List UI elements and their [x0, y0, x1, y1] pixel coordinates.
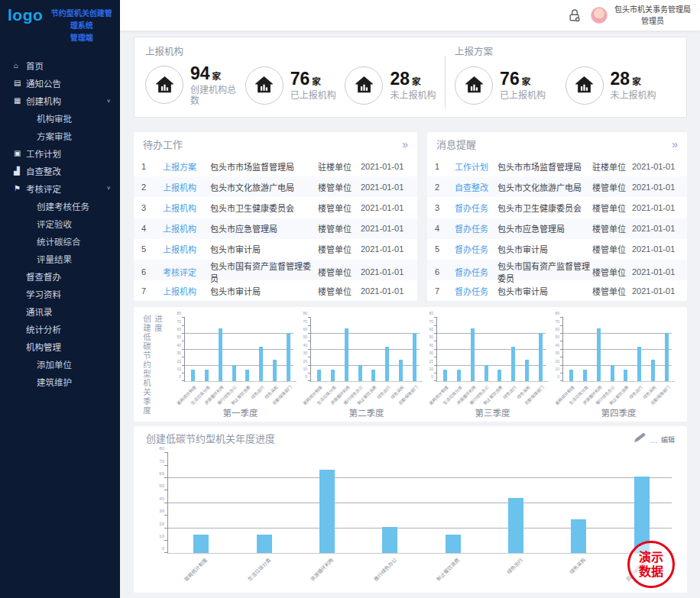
sidebar-subitem[interactable]: 统计碳综合 [0, 232, 120, 250]
sidebar-subitem[interactable]: 添加单位 [0, 355, 120, 373]
row-org-name: 包头市卫生健康委员会 [497, 202, 592, 214]
sidebar-subitem[interactable]: 建筑维护 [0, 373, 120, 390]
table-row: 4上报机构包头市应急管理局楼管单位2021-01-01 [134, 218, 417, 239]
sidebar-subitem[interactable]: 创建考核任务 [0, 197, 120, 215]
annual-progress-panel: 创建低碳节约型机关年度进度 … 编辑 01020304050607080能耗统计… [134, 426, 687, 593]
stat-label: 已上报机构 [500, 91, 546, 101]
bar-slot [547, 453, 610, 553]
more-chevron-icon[interactable]: » [672, 139, 678, 150]
bar-slot [200, 318, 214, 381]
row-unit-type: 楼管单位 [318, 243, 361, 255]
y-axis-tick-label: 60 [555, 327, 559, 331]
sidebar-subitem[interactable]: 评定验收 [0, 215, 120, 232]
stats-section-report-plan: 上报方案 76家 已上报机构 [455, 44, 676, 112]
table-row: 6督办任务包头市国有资产监督管理委员楼管单位2021-01-01 [427, 260, 687, 280]
chevron-down-icon[interactable]: ∨ [106, 98, 111, 103]
user-avatar[interactable] [591, 7, 608, 24]
sidebar-item[interactable]: ▟自查整改 [0, 162, 120, 179]
row-type-link[interactable]: 督办任务 [455, 222, 497, 234]
sidebar-item[interactable]: ▤通知公告 [0, 74, 120, 92]
sidebar-item[interactable]: 统计分析 [0, 320, 120, 338]
row-type-link[interactable]: 上报机构 [163, 243, 210, 255]
row-type-link[interactable]: 自查整改 [455, 181, 497, 193]
bar-slot [313, 318, 326, 381]
building-icon: ▦ [14, 96, 26, 105]
annual-bar-chart: 01020304050607080能耗统计制度生活垃圾分类资源循环利用推行绿色办… [146, 453, 675, 590]
row-unit-type: 楼管单位 [592, 285, 632, 297]
row-type-link[interactable]: 工作计划 [455, 160, 497, 173]
bar-slot [592, 318, 606, 381]
bar [257, 535, 272, 554]
sidebar-item[interactable]: ▣工作计划 [0, 144, 120, 162]
y-axis-tick-label: 30 [429, 351, 433, 355]
sidebar-item[interactable]: 督查督办 [0, 267, 120, 285]
sidebar-subitem-label: 建筑维护 [37, 376, 72, 388]
house-icon [145, 66, 183, 104]
row-org-name: 包头市应急管理局 [497, 222, 592, 234]
y-axis-tick-label: 10 [159, 534, 164, 538]
row-type-link[interactable]: 考核评定 [163, 266, 210, 278]
row-type-link[interactable]: 上报方案 [163, 160, 210, 173]
bar-slot [340, 318, 354, 381]
sidebar-subitem[interactable]: 机构审批 [0, 109, 120, 127]
stat-value: 28 [390, 69, 410, 89]
chevron-down-icon[interactable]: ∨ [106, 186, 111, 191]
row-type-link[interactable]: 督办任务 [455, 285, 497, 297]
y-axis-tick-label: 70 [429, 319, 433, 324]
y-axis-tick-label: 60 [177, 327, 181, 331]
y-axis-tick-label: 10 [177, 367, 181, 371]
y-axis-tick-label: 80 [159, 447, 164, 451]
sidebar-subitem[interactable]: 评量结果 [0, 250, 120, 267]
row-index: 5 [435, 244, 455, 254]
table-row: 1上报方案包头市市场监督管理局驻楼单位2021-01-01 [134, 156, 417, 176]
bar [484, 365, 488, 382]
bars-layer [185, 318, 297, 381]
lock-icon[interactable] [567, 7, 584, 24]
bar [413, 333, 416, 381]
row-type-link[interactable]: 督办任务 [455, 243, 497, 255]
edit-button[interactable]: … 编辑 [631, 432, 675, 444]
row-type-link[interactable]: 上报机构 [163, 222, 210, 234]
y-axis-tick-label: 70 [555, 319, 559, 324]
table-row: 5督办任务包头市审计局楼管单位2021-01-01 [427, 239, 687, 260]
y-axis-tick-label: 60 [429, 327, 433, 331]
stat-label: 创建机构总数 [190, 86, 245, 105]
sidebar-subitem[interactable]: 方案审批 [0, 127, 120, 144]
sidebar-subitem-label: 添加单位 [37, 358, 72, 370]
sidebar-item[interactable]: ▦创建机构∨ [0, 92, 120, 109]
sidebar-item[interactable]: 机构管理 [0, 338, 120, 355]
row-date: 2021-01-01 [361, 203, 410, 212]
panel-title: 消息提醒 [436, 137, 476, 151]
sidebar-item[interactable]: ⌂首页 [0, 57, 120, 74]
y-axis-tick-label: 0 [305, 375, 307, 380]
user-info[interactable]: 包头市机关事务管理局 管理员 [614, 4, 691, 27]
row-org-name: 包头市市场监督管理局 [497, 160, 592, 173]
row-type-link[interactable]: 上报机构 [163, 181, 210, 193]
row-unit-type: 楼管单位 [592, 243, 632, 255]
row-index: 6 [141, 267, 163, 276]
sidebar-item[interactable]: 学习资料 [0, 285, 120, 302]
row-type-link[interactable]: 督办任务 [455, 202, 497, 214]
panel-header: 创建低碳节约型机关年度进度 … 编辑 [146, 426, 675, 450]
app-title-line1: 节约型机关创建管理系统 [47, 8, 115, 32]
tables-row: 待办工作 » 1上报方案包头市市场监督管理局驻楼单位2021-01-012上报机… [134, 132, 687, 301]
y-axis-tick-label: 20 [555, 359, 559, 364]
more-chevron-icon[interactable]: » [402, 139, 408, 150]
row-type-link[interactable]: 上报机构 [163, 202, 210, 214]
bar-slot [484, 453, 547, 553]
y-axis-tick-label: 50 [555, 335, 559, 340]
sidebar-item[interactable]: ⚑考核评定∨ [0, 179, 120, 197]
chart-plot-area: 01020304050607080 [562, 318, 675, 382]
bar [571, 519, 586, 553]
row-type-link[interactable]: 上报机构 [163, 285, 210, 297]
y-axis-tick-label: 0 [162, 547, 164, 551]
quarter1-bar-chart: 01020304050607080能耗统计制度生活垃圾分类资源循环利用推行绿色办… [172, 313, 297, 420]
sidebar-item-label: 机构管理 [26, 341, 61, 353]
app-title-line2: 管理端 [47, 32, 115, 44]
sidebar-item-label: 通知公告 [26, 77, 61, 89]
row-type-link[interactable]: 督办任务 [455, 266, 497, 278]
sidebar-item[interactable]: 通讯录 [0, 302, 120, 320]
user-role: 管理员 [614, 15, 691, 27]
bar [446, 535, 461, 554]
stat-unit: 家 [412, 77, 421, 86]
